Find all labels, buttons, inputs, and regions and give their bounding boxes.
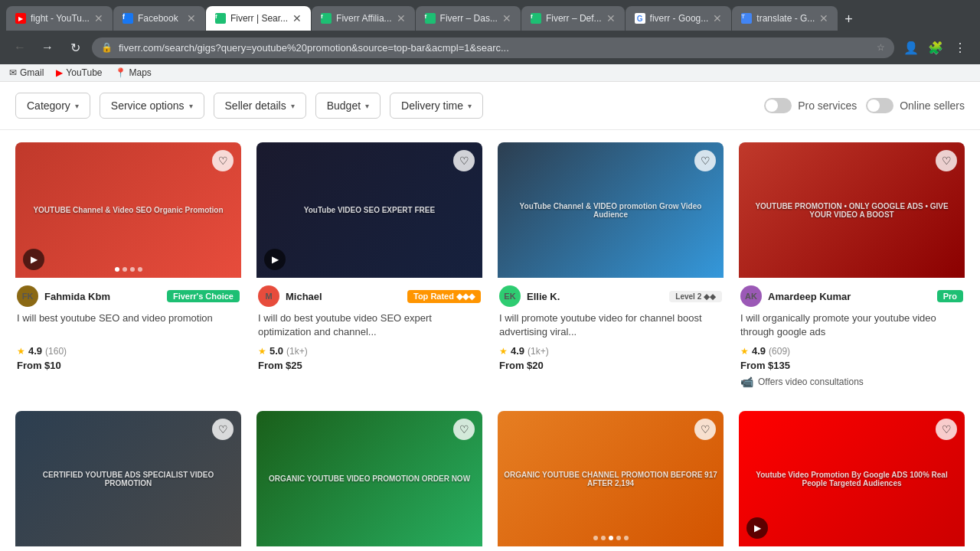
product-card-card4[interactable]: YOUTUBE PROMOTION • ONLY GOOGLE ADS • GI…	[739, 142, 965, 396]
seller-details-filter[interactable]: Seller details ▾	[214, 93, 306, 119]
seller-row-card3: EK Ellie K. Level 2 ◆◆	[499, 285, 722, 307]
wishlist-button-card4[interactable]: ♡	[936, 150, 957, 171]
card-img-text-card8: Youtube Video Promotion By Google ADS 10…	[745, 471, 959, 487]
tab-close-7[interactable]: ✕	[713, 12, 722, 24]
tab-close-8[interactable]: ✕	[819, 12, 828, 24]
star-icon-card4: ★	[740, 346, 749, 357]
card-img-text-card5: CERTIFIED YOUTUBE ADS SPECIALIST VIDEO P…	[21, 471, 235, 487]
seller-badge-card2: Top Rated ◆◆◆	[407, 290, 481, 303]
back-button[interactable]: ←	[9, 37, 31, 58]
play-button[interactable]: ▶	[264, 249, 286, 270]
tab-close-6[interactable]: ✕	[606, 12, 616, 24]
category-filter[interactable]: Category ▾	[15, 93, 90, 119]
service-options-filter[interactable]: Service options ▾	[100, 93, 204, 119]
youtube-icon: ▶	[56, 67, 63, 78]
tab-close-3[interactable]: ✕	[292, 12, 302, 24]
tab-facebook[interactable]: f Facebook ✕	[113, 6, 205, 31]
delivery-time-filter[interactable]: Delivery time ▾	[390, 93, 483, 119]
seller-avatar-card4: AK	[740, 285, 762, 307]
bookmark-youtube[interactable]: ▶ YouTube	[56, 67, 102, 78]
tab-close-2[interactable]: ✕	[187, 12, 196, 24]
reload-button[interactable]: ↻	[64, 37, 86, 58]
product-card-card1[interactable]: YOUTUBE Channel & Video SEO Organic Prom…	[15, 142, 241, 396]
tab-label-fb: Facebook	[138, 13, 182, 24]
budget-filter[interactable]: Budget ▾	[315, 93, 381, 119]
seller-row-card1: FK Fahmida Kbm Fiverr's Choice	[17, 285, 240, 307]
card-img-text-card3: YouTube Channel & VIDEO promotion Grow V…	[504, 202, 717, 219]
filter-bar: Category ▾ Service options ▾ Seller deta…	[0, 82, 980, 130]
tab-close-4[interactable]: ✕	[397, 12, 406, 24]
rating-row-card4: ★ 4.9 (609)	[740, 345, 963, 357]
maps-icon: 📍	[115, 67, 126, 78]
card-body-card6: HA Haseeb A Top Rated ◆◆◆ I will do orga…	[256, 546, 482, 551]
seller-name-card2: Michael	[286, 291, 401, 302]
price-value-card1: From $10	[17, 360, 61, 371]
tab-fiverr-affiliate[interactable]: f Fiverr Affilia... ✕	[312, 6, 414, 31]
product-card-card3[interactable]: YouTube Channel & VIDEO promotion Grow V…	[498, 142, 724, 396]
wishlist-button-card3[interactable]: ♡	[694, 150, 716, 171]
card-body-card5: AS Ashish Sharawat Pro YouTube Ads Speci…	[15, 546, 241, 551]
tab-favicon-translate: T	[741, 13, 752, 24]
extensions-icon[interactable]: 🧩	[925, 37, 946, 58]
rating-row-card1: ★ 4.9 (160)	[17, 345, 240, 357]
online-sellers-toggle[interactable]	[866, 98, 893, 113]
card-img-text-card7: ORGANIC YOUTUBE CHANNEL PROMOTION BEFORE…	[504, 471, 717, 487]
budget-label: Budget	[327, 99, 361, 112]
seller-avatar-card2: M	[258, 285, 279, 307]
price-row-card3: From $20	[499, 360, 722, 371]
address-bar[interactable]: 🔒 fiverr.com/search/gigs?query=youtube%2…	[92, 37, 894, 58]
product-card-card7[interactable]: ORGANIC YOUTUBE CHANNEL PROMOTION BEFORE…	[498, 411, 724, 551]
online-sellers-toggle-group: Online sellers	[866, 98, 965, 113]
video-consult-card4: 📹 Offers video consultations	[740, 376, 963, 388]
rating-row-card3: ★ 4.9 (1k+)	[499, 345, 722, 357]
products-section: YOUTUBE Channel & Video SEO Organic Prom…	[0, 130, 980, 551]
delivery-time-chevron: ▾	[468, 102, 472, 110]
online-sellers-label: Online sellers	[900, 99, 965, 112]
product-card-card2[interactable]: YouTube VIDEO SEO EXPERT FREE ♡ ▶ M Mich…	[256, 142, 482, 396]
tab-favicon-fb: f	[122, 13, 133, 24]
product-card-card6[interactable]: ORGANIC YOUTUBE VIDEO PROMOTION ORDER NO…	[256, 411, 482, 551]
price-row-card1: From $10	[17, 360, 240, 371]
tab-translate[interactable]: T translate - G... ✕	[732, 6, 838, 31]
rating-row-card2: ★ 5.0 (1k+)	[258, 345, 481, 357]
video-consult-text-card4: Offers video consultations	[758, 377, 864, 387]
seller-badge-card1: Fiverr's Choice	[167, 290, 240, 302]
pro-services-toggle[interactable]	[764, 98, 792, 113]
price-value-card4: From $135	[740, 360, 790, 371]
tab-fiverr-dash[interactable]: f Fiverr – Das... ✕	[416, 6, 521, 31]
pro-services-label: Pro services	[798, 99, 857, 112]
card-body-card1: FK Fahmida Kbm Fiverr's Choice I will be…	[15, 278, 241, 379]
forward-button[interactable]: →	[37, 37, 58, 58]
seller-name-card4: Amardeep Kumar	[768, 291, 931, 302]
rating-count-card2: (1k+)	[286, 346, 308, 357]
bookmark-gmail[interactable]: ✉ Gmail	[9, 67, 44, 78]
carousel-dot-3	[138, 267, 142, 272]
toolbar-icons: 👤 🧩 ⋮	[900, 37, 971, 58]
product-card-card5[interactable]: CERTIFIED YOUTUBE ADS SPECIALIST VIDEO P…	[15, 411, 241, 551]
category-label: Category	[27, 99, 70, 112]
tab-favicon-fiverr4: f	[531, 13, 541, 24]
seller-name-card1: Fahmida Kbm	[44, 291, 161, 302]
bookmark-youtube-label: YouTube	[66, 67, 102, 78]
tab-close-5[interactable]: ✕	[502, 12, 511, 24]
wishlist-button-card2[interactable]: ♡	[453, 150, 475, 171]
tab-label-fight: fight - YouTu...	[31, 13, 90, 24]
card-img-text-card6: ORGANIC YOUTUBE VIDEO PROMOTION ORDER NO…	[269, 474, 470, 483]
tab-label-fiverr-dash: Fiverr – Das...	[440, 13, 498, 24]
video-consult-icon: 📹	[740, 376, 753, 388]
product-card-card8[interactable]: Youtube Video Promotion By Google ADS 10…	[739, 411, 965, 551]
tab-google-fiverr[interactable]: G fiverr - Goog... ✕	[626, 6, 732, 31]
bookmark-maps[interactable]: 📍 Maps	[115, 67, 152, 78]
tab-fiverr-def[interactable]: f Fiverr – Def... ✕	[521, 6, 625, 31]
wishlist-button-card1[interactable]: ♡	[212, 150, 234, 171]
new-tab-button[interactable]: +	[838, 8, 859, 31]
tab-fiverr-search[interactable]: f Fiverr | Sear... ✕	[206, 6, 311, 31]
more-options-icon[interactable]: ⋮	[949, 37, 971, 58]
play-button[interactable]: ▶	[23, 249, 44, 270]
profile-icon[interactable]: 👤	[900, 37, 922, 58]
tab-fight-yt[interactable]: ▶ fight - YouTu... ✕	[6, 6, 113, 31]
bookmark-star-icon[interactable]: ☆	[877, 42, 885, 53]
price-row-card2: From $25	[258, 360, 481, 371]
address-bar-row: ← → ↻ 🔒 fiverr.com/search/gigs?query=you…	[0, 31, 980, 64]
tab-close-1[interactable]: ✕	[94, 12, 103, 24]
